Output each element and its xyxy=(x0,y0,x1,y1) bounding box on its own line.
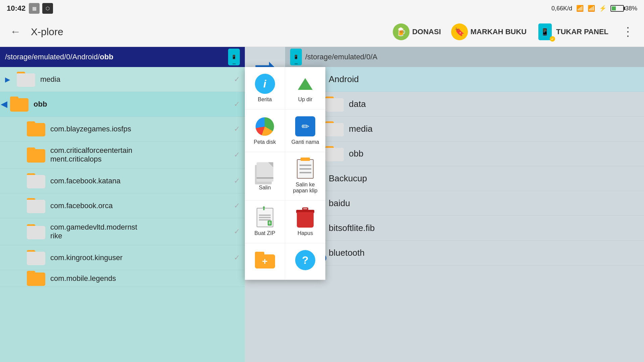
context-help[interactable]: ? xyxy=(285,243,325,280)
main-content: /storage/emulated/0/Android/obb 📱 ▶ medi… xyxy=(0,47,644,362)
left-panel-header: /storage/emulated/0/Android/obb 📱 xyxy=(0,47,245,67)
donasi-label: DONASI xyxy=(412,27,441,36)
list-item[interactable]: com.facebook.orca ✓ xyxy=(0,193,245,218)
right-panel-path: /storage/emulated/0/A xyxy=(305,53,377,61)
check-icon: ✓ xyxy=(234,75,240,84)
context-hapus-label: Hapus xyxy=(298,230,313,236)
file-name: com.facebook.katana xyxy=(50,177,229,185)
list-item[interactable]: com.criticalforceentertainment.criticalo… xyxy=(0,141,245,169)
battery-pct: 38% xyxy=(625,5,637,12)
copy-icon xyxy=(255,162,275,182)
folder-icon xyxy=(10,97,29,112)
status-icons: ▦ ⬡ xyxy=(29,3,53,14)
list-item[interactable]: ▶ data xyxy=(285,92,644,117)
file-name: com.criticalforceentertainment.criticalo… xyxy=(50,146,229,164)
tukar-button[interactable]: 📱 ↙ TUKAR PANEL xyxy=(537,23,608,40)
check-icon: ✓ xyxy=(234,253,240,262)
clipboard-icon xyxy=(295,159,315,179)
blackberry-icon: ⬡ xyxy=(42,3,53,14)
right-device-icon: 📱 xyxy=(290,49,302,65)
network-speed: 0,66K/d xyxy=(551,5,572,12)
markah-label: MARKAH BUKU xyxy=(471,27,527,36)
context-salin-label: Salin xyxy=(259,185,271,191)
left-panel-path: /storage/emulated/0/Android/obb xyxy=(5,53,225,61)
file-name: com.blayzegames.iosfps xyxy=(50,125,229,133)
tukar-icon: 📱 ↙ xyxy=(537,23,553,40)
donasi-button[interactable]: 🍺 DONASI xyxy=(393,23,441,40)
check-icon: ✓ xyxy=(234,177,240,185)
file-name: bitsoftlite.fib xyxy=(329,223,375,233)
battery-bar xyxy=(610,5,624,12)
battery-fill xyxy=(612,6,616,10)
folder-icon xyxy=(27,198,45,213)
back-button[interactable]: ← xyxy=(7,22,24,41)
screen-record-icon: ▦ xyxy=(29,3,40,14)
signal-icon: 📶 xyxy=(588,5,595,12)
list-item[interactable]: ▶ ᛒ bluetooth xyxy=(285,241,644,265)
list-item[interactable]: ▶ obb xyxy=(285,141,644,166)
list-item[interactable]: com.facebook.katana ✓ xyxy=(0,169,245,193)
file-name: media xyxy=(40,75,229,84)
list-item[interactable]: com.blayzegames.iosfps ✓ xyxy=(0,117,245,141)
list-item[interactable]: com.gamedevltd.modernstrike ✓ xyxy=(0,218,245,245)
list-item[interactable]: ▶ media ✓ xyxy=(0,67,245,92)
file-name: obb xyxy=(349,148,363,159)
list-item[interactable]: ▶ Backucup xyxy=(285,166,644,191)
file-name: bluetooth xyxy=(329,248,365,258)
list-item[interactable]: ▶ media xyxy=(285,117,644,141)
context-buatzip[interactable]: 8 ⬆ Buat ZIP xyxy=(245,201,285,243)
context-salinke-label: Salin kepapan klip xyxy=(293,182,318,194)
folder-icon xyxy=(27,224,45,239)
folder-icon xyxy=(27,173,45,188)
markah-icon: 🔖 xyxy=(451,23,468,40)
left-device-icon: 📱 xyxy=(228,49,240,65)
info-icon: i xyxy=(255,74,275,94)
check-icon: ✓ xyxy=(234,227,240,236)
file-name: Android xyxy=(329,74,359,84)
context-hapus[interactable]: Hapus xyxy=(285,201,325,243)
file-name: Backucup xyxy=(329,173,367,184)
list-item[interactable]: ▶ baidu xyxy=(285,191,644,216)
help-icon: ? xyxy=(295,250,315,270)
list-item[interactable]: com.kingroot.kinguser ✓ xyxy=(0,245,245,270)
status-bar: 10:42 ▦ ⬡ 0,66K/d 📶 📶 ⚡ 38% xyxy=(0,0,644,17)
pie-chart-icon xyxy=(255,116,275,136)
file-name: com.kingroot.kinguser xyxy=(50,253,229,262)
context-berita-label: Berita xyxy=(258,97,272,103)
folder-icon xyxy=(325,146,344,161)
app-title: X-plore xyxy=(31,26,386,38)
context-updir[interactable]: Up dir xyxy=(285,67,325,110)
charge-icon: ⚡ xyxy=(599,5,606,12)
context-berita[interactable]: i Berita xyxy=(245,67,285,110)
right-file-list: ▼ Android ▶ data ▶ xyxy=(285,67,644,362)
list-item[interactable]: ▼ Android xyxy=(285,67,644,92)
list-item[interactable]: com.mobile.legends xyxy=(0,270,245,287)
context-salin[interactable]: Salin xyxy=(245,152,285,201)
context-gantinama[interactable]: ✏ Ganti nama xyxy=(285,110,325,152)
more-button[interactable]: ⋮ xyxy=(619,25,637,39)
context-petadisk[interactable]: Peta disk xyxy=(245,110,285,152)
file-name: baidu xyxy=(329,198,350,208)
check-icon: ✓ xyxy=(234,100,240,109)
file-name: com.facebook.orca xyxy=(50,201,229,210)
arrow-up-icon xyxy=(295,74,315,94)
folder-icon xyxy=(325,97,344,112)
battery: 38% xyxy=(610,5,637,12)
trash-icon xyxy=(295,207,315,228)
list-item[interactable]: ◀ obb ✓ xyxy=(0,92,245,117)
list-item[interactable]: ▶ bitsoftlite.fib xyxy=(285,216,644,241)
check-icon: ✓ xyxy=(234,150,240,159)
new-folder-icon: + xyxy=(255,250,275,270)
donasi-icon: 🍺 xyxy=(393,23,410,40)
folder-icon xyxy=(27,121,45,136)
file-name: obb xyxy=(34,100,229,109)
folder-icon xyxy=(27,271,45,286)
context-salinke[interactable]: Salin kepapan klip xyxy=(285,152,325,201)
context-new[interactable]: + xyxy=(245,243,285,280)
wifi-icon: 📶 xyxy=(576,5,584,12)
context-menu: i Berita Up dir Peta disk ✏ Ganti nama xyxy=(245,67,325,280)
status-right: 0,66K/d 📶 📶 ⚡ 38% xyxy=(551,5,637,12)
folder-icon xyxy=(27,250,45,265)
markah-button[interactable]: 🔖 MARKAH BUKU xyxy=(451,23,527,40)
check-icon: ✓ xyxy=(234,125,240,133)
